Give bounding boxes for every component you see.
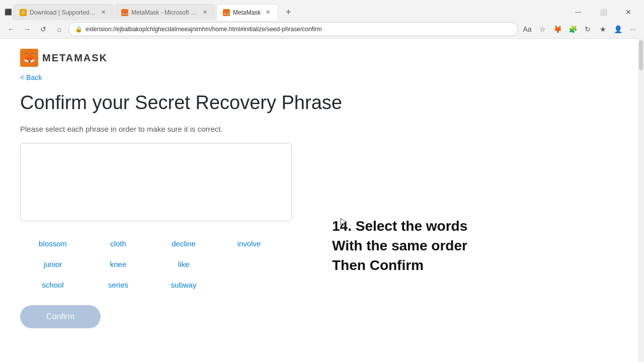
back-link[interactable]: < Back bbox=[20, 73, 42, 81]
tab-label-download: Download | Supported on Brow... bbox=[30, 9, 96, 16]
word-btn-school[interactable]: school bbox=[20, 275, 86, 295]
scrollbar[interactable] bbox=[638, 38, 644, 362]
refresh-2-icon[interactable]: ↻ bbox=[581, 22, 595, 36]
read-aloud-icon[interactable]: Aa bbox=[520, 22, 534, 36]
instruction-line3: Then Confirm bbox=[332, 255, 467, 275]
tab-bar: ⬛ D Download | Supported on Brow... ✕ 🦊 … bbox=[0, 0, 644, 20]
profile-icon[interactable]: 👤 bbox=[611, 22, 625, 36]
extension-icon-metamask[interactable]: 🦊 bbox=[550, 22, 565, 36]
metamask-header: 🦊 METAMASK bbox=[20, 49, 624, 67]
extension-icon-other[interactable]: 🧩 bbox=[566, 22, 580, 36]
tab-label-metamask: MetaMask bbox=[233, 9, 261, 16]
forward-nav-button[interactable]: → bbox=[20, 22, 34, 36]
tab-label-metamask-ad: MetaMask - Microsoft Edge Ad... bbox=[131, 9, 198, 16]
word-btn-decline[interactable]: decline bbox=[151, 233, 216, 254]
scrollbar-thumb[interactable] bbox=[639, 40, 643, 70]
address-security-icon: 🔒 bbox=[75, 26, 83, 33]
address-text: extension://ejbalbakoplchlghecdalmeeajni… bbox=[86, 26, 512, 33]
tab-close-metamask-ad[interactable]: ✕ bbox=[201, 9, 209, 17]
instruction-line2: With the same order bbox=[332, 236, 467, 255]
phrase-input-box[interactable] bbox=[20, 143, 292, 221]
tab-favicon-metamask-ad: 🦊 bbox=[121, 9, 128, 16]
tab-close-metamask[interactable]: ✕ bbox=[264, 9, 272, 17]
address-bar-row: ← → ↺ ⌂ 🔒 extension://ejbalbakoplchlghec… bbox=[0, 20, 644, 38]
tab-download[interactable]: D Download | Supported on Brow... ✕ bbox=[13, 4, 114, 20]
metamask-brand: METAMASK bbox=[42, 52, 108, 64]
refresh-button[interactable]: ↺ bbox=[36, 22, 50, 36]
toolbar-icons: Aa ☆ 🦊 🧩 ↻ ★ 👤 ··· bbox=[520, 22, 640, 36]
confirm-button[interactable]: Confirm bbox=[20, 305, 101, 328]
back-nav-button[interactable]: ← bbox=[4, 22, 18, 36]
tab-favicon-download: D bbox=[20, 9, 27, 16]
close-button[interactable]: ✕ bbox=[617, 4, 640, 20]
instruction-overlay: 14. Select the words With the same order… bbox=[332, 216, 467, 276]
instruction-line1: 14. Select the words bbox=[332, 216, 467, 236]
page-subtitle: Please select each phrase in order to ma… bbox=[20, 125, 624, 133]
tab-metamask-ad[interactable]: 🦊 MetaMask - Microsoft Edge Ad... ✕ bbox=[115, 4, 215, 20]
menu-icon[interactable]: ··· bbox=[626, 22, 640, 36]
maximize-button[interactable]: ⬜ bbox=[592, 4, 615, 20]
word-btn-series[interactable]: series bbox=[86, 275, 151, 295]
favorites-icon[interactable]: ☆ bbox=[535, 22, 549, 36]
window-icon-btn[interactable]: ⬛ bbox=[4, 8, 12, 16]
tab-close-download[interactable]: ✕ bbox=[99, 9, 107, 17]
page-content: 🦊 METAMASK < Back Confirm your Secret Re… bbox=[0, 39, 644, 362]
word-btn-blossom[interactable]: blossom bbox=[20, 233, 86, 254]
tab-metamask[interactable]: 🦊 MetaMask ✕ bbox=[216, 4, 278, 20]
address-box[interactable]: 🔒 extension://ejbalbakoplchlghecdalmeeaj… bbox=[68, 22, 518, 36]
minimize-button[interactable]: — bbox=[567, 4, 590, 20]
word-btn-subway[interactable]: subway bbox=[151, 275, 216, 295]
page-title: Confirm your Secret Recovery Phrase bbox=[20, 92, 624, 115]
window-controls: — ⬜ ✕ bbox=[567, 4, 640, 20]
tab-favicon-metamask: 🦊 bbox=[223, 9, 230, 16]
metamask-logo: 🦊 bbox=[20, 49, 38, 67]
word-grid: blossom cloth decline involve junior kne… bbox=[20, 233, 292, 295]
word-btn-knee[interactable]: knee bbox=[86, 254, 151, 275]
word-btn-like[interactable]: like bbox=[151, 254, 216, 275]
word-btn-cloth[interactable]: cloth bbox=[86, 233, 151, 254]
new-tab-button[interactable]: + bbox=[281, 5, 295, 19]
word-btn-involve[interactable]: involve bbox=[216, 233, 282, 254]
collections-icon[interactable]: ★ bbox=[596, 22, 610, 36]
home-button[interactable]: ⌂ bbox=[52, 22, 66, 36]
word-btn-junior[interactable]: junior bbox=[20, 254, 86, 275]
